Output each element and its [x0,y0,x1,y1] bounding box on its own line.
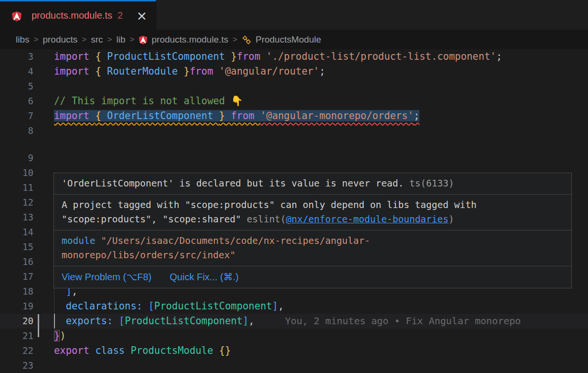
angular-icon [11,11,22,22]
indent-guide [54,299,54,314]
eslint-rule-prefix: eslint( [246,214,286,225]
breadcrumb: libs > products > src > lib > products.m… [0,30,588,49]
line-number[interactable]: 3 [0,49,33,64]
breadcrumb-item-symbol[interactable]: ProductsModule [256,34,321,45]
code-content: export class ProductsModule {} [54,343,231,358]
module-path: "/Users/isaac/Documents/code/nx-recipes/… [62,235,370,261]
code-content: declarations: [ProductListComponent], [54,299,284,314]
git-blame-annotation: You, 2 minutes ago • Fix Angular monorep… [285,315,521,327]
line-number[interactable]: 14 [0,225,33,240]
line-number[interactable]: 20 [0,314,33,329]
line-number[interactable]: 23 [0,358,33,373]
code-content: import { OrderListComponent } from '@ang… [54,109,419,123]
chevron-right-icon: > [107,35,112,44]
code-line[interactable]: 8 [0,123,588,151]
eslint-rule-suffix: ) [449,214,454,225]
error-code: ts(6133) [409,178,454,189]
line-number[interactable]: 7 [0,109,33,123]
line-number[interactable]: 18 [0,284,33,299]
chevron-right-icon: > [233,35,237,44]
line-number[interactable]: 6 [0,94,33,109]
line-number[interactable]: 19 [0,299,33,314]
chevron-right-icon: > [34,35,39,44]
problem-hover-popup: 'OrderListComponent' is declared but its… [53,173,572,288]
tab-dirty-count: 2 [118,10,123,21]
chevron-right-icon: > [130,35,135,44]
code-content: import { ProductListComponent }from './p… [54,49,502,64]
breadcrumb-item-src[interactable]: src [91,34,103,45]
tab-products-module[interactable]: products.module.ts 2 × [0,0,156,30]
angular-icon [139,35,148,44]
line-number[interactable]: 21 [0,329,33,343]
line-number[interactable]: 12 [0,195,33,210]
line-number[interactable]: 9 [0,151,33,165]
eslint-error-message: A project tagged with "scope:products" c… [54,194,571,230]
breadcrumb-item-libs[interactable]: libs [16,34,30,45]
tab-bar: products.module.ts 2 × [0,0,588,30]
code-content: exports: [ProductListComponent],You, 2 m… [54,314,521,329]
code-line[interactable]: 20 exports: [ProductListComponent],You, … [0,314,588,329]
module-path-info: module "/Users/isaac/Documents/code/nx-r… [54,230,571,266]
code-line[interactable]: 4import { RouterModule }from '@angular/r… [0,64,588,79]
code-content: // This import is not allowed 👇 [54,94,243,109]
line-number[interactable]: 8 [0,123,33,151]
breadcrumb-item-file[interactable]: products.module.ts [151,34,228,45]
code-line[interactable]: 9 [0,151,588,165]
code-line[interactable]: 6// This import is not allowed 👇 [0,94,588,109]
breadcrumb-item-products[interactable]: products [43,34,77,45]
code-line[interactable]: 22export class ProductsModule {} [0,343,588,358]
line-number[interactable]: 17 [0,269,33,284]
chevron-right-icon: > [82,35,86,44]
line-number[interactable]: 22 [0,343,33,358]
code-line[interactable]: 3import { ProductListComponent }from './… [0,49,588,64]
line-number[interactable]: 10 [0,165,33,180]
line-number[interactable]: 11 [0,180,33,195]
line-number[interactable]: 4 [0,64,33,79]
indent-guide [54,314,55,329]
close-icon[interactable]: × [136,9,147,22]
code-line[interactable]: 23 [0,358,588,373]
line-number[interactable]: 16 [0,254,33,269]
vscode-window: products.module.ts 2 × libs > products >… [0,0,588,373]
code-line[interactable]: 19 declarations: [ProductListComponent], [0,299,588,314]
breadcrumb-item-lib[interactable]: lib [117,34,126,45]
ts-error-message: 'OrderListComponent' is declared but its… [54,173,571,194]
popup-action-bar: View Problem (⌥F8) Quick Fix... (⌘.) [54,266,571,288]
line-number[interactable]: 13 [0,210,33,225]
code-line[interactable]: 21}) [0,329,588,343]
error-text: 'OrderListComponent' is declared but its… [62,178,409,189]
tab-label: products.module.ts [32,10,112,21]
class-symbol-icon [242,35,252,45]
code-content: import { RouterModule }from '@angular/ro… [54,64,325,79]
editor: 3import { ProductListComponent }from './… [0,49,588,373]
quick-fix-link[interactable]: Quick Fix... (⌘.) [170,271,238,284]
code-line[interactable]: 5 [0,79,588,94]
line-number[interactable]: 15 [0,240,33,254]
selected-error-line: import { OrderListComponent } from '@ang… [54,110,419,121]
code-content: }) [54,329,66,343]
line-number[interactable]: 5 [0,79,33,94]
code-line[interactable]: 7import { OrderListComponent } from '@an… [0,109,588,123]
view-problem-link[interactable]: View Problem (⌥F8) [62,271,151,284]
eslint-rule-link[interactable]: @nx/enforce-module-boundaries [286,214,449,225]
module-keyword: module [62,235,95,246]
